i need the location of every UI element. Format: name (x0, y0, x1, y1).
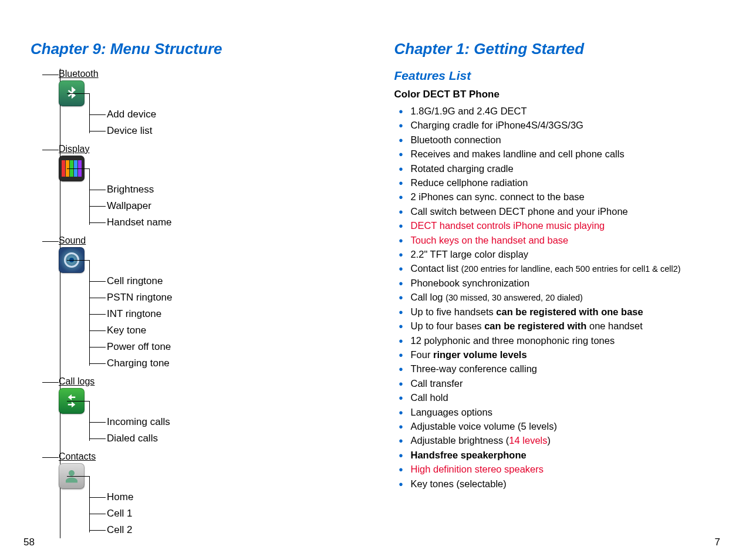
feature-text: Call transfer (411, 378, 463, 389)
feature-text: Reduce cellphone radiation (411, 177, 528, 188)
feature-text: (30 missed, 30 answered, 20 dialed) (445, 293, 583, 302)
right-page: Chapter 1: Getting Started Features List… (377, 0, 747, 560)
menu-sub-item: Cell 2 (107, 522, 359, 538)
feature-text: can be registered with one base (496, 306, 643, 317)
feature-text: High definition stereo speakers (411, 464, 544, 474)
feature-item: Bluetooth connection (409, 133, 723, 147)
menu-group: SoundCell ringtonePSTN ringtoneINT ringt… (48, 235, 359, 372)
feature-text: (200 entries for landline, each 500 entr… (461, 264, 681, 274)
feature-item: 2.2" TFT large color display (409, 247, 723, 261)
feature-item: Call transfer (409, 376, 723, 390)
menu-sub-item: Handset name (107, 214, 359, 231)
menu-sub-item: Key tone (107, 322, 359, 339)
feature-text: Four (411, 349, 434, 360)
menu-group: Call logsIncoming callsDialed calls (48, 376, 359, 447)
feature-item: Four ringer volume levels (409, 348, 723, 362)
menu-group-label: Sound (48, 235, 359, 246)
feature-text: DECT handset controls iPhone music playi… (411, 220, 605, 231)
menu-tree: BluetoothAdd deviceDevice listDisplayBri… (48, 69, 359, 538)
feature-text: Phonebook synchronization (411, 278, 530, 288)
features-list: 1.8G/1.9G and 2.4G DECTCharging cradle f… (394, 104, 723, 491)
feature-text: 12 polyphonic and three monophonic ring … (411, 335, 615, 346)
menu-group: DisplayBrightnessWallpaperHandset name (48, 144, 359, 231)
menu-sub-item: PSTN ringtone (107, 289, 359, 306)
page-number-left: 58 (23, 537, 35, 548)
feature-item: Contact list (200 entries for landline, … (409, 261, 723, 275)
menu-sub-list: Add deviceDevice list (107, 106, 359, 139)
menu-sub-item: Charging tone (107, 355, 359, 372)
menu-sub-item: Incoming calls (107, 414, 359, 430)
feature-item: Touch keys on the handset and base (409, 233, 723, 247)
chapter-9-title: Chapter 9: Menu Structure (31, 40, 359, 58)
feature-item: 12 polyphonic and three monophonic ring … (409, 333, 723, 348)
feature-item: Adjustable brightness (14 levels) (409, 433, 723, 447)
feature-item: Three-way conference calling (409, 362, 723, 376)
feature-text: Contact list (411, 263, 461, 274)
feature-text: one handset (586, 321, 642, 331)
feature-text: Three-way conference calling (411, 363, 538, 374)
feature-text: Adjustable brightness ( (411, 435, 509, 446)
feature-item: Key tones (selectable) (409, 477, 723, 491)
feature-text: Bluetooth connection (411, 134, 501, 145)
feature-text: 2 iPhones can sync. connect to the base (411, 191, 585, 202)
menu-group-label: Contacts (48, 451, 359, 462)
feature-text: Call switch between DECT phone and your … (411, 206, 628, 217)
menu-sub-item: Brightness (107, 181, 359, 198)
menu-sub-item: Wallpaper (107, 198, 359, 214)
feature-text: ringer volume levels (433, 349, 527, 360)
feature-text: Languages options (411, 407, 492, 417)
feature-item: Receives and makes landline and cell pho… (409, 147, 723, 161)
feature-text: Up to five handsets (411, 306, 497, 317)
feature-item: Up to five handsets can be registered wi… (409, 305, 723, 319)
feature-text: Call hold (411, 392, 448, 403)
feature-item: Call log (30 missed, 30 answered, 20 dia… (409, 290, 723, 304)
feature-text: Rotated charging cradle (411, 163, 514, 174)
menu-group: ContactsHomeCell 1Cell 2 (48, 451, 359, 538)
feature-item: High definition stereo speakers (409, 462, 723, 476)
menu-sub-item: Device list (107, 123, 359, 139)
product-name: Color DECT BT Phone (394, 89, 723, 100)
feature-item: 1.8G/1.9G and 2.4G DECT (409, 104, 723, 118)
feature-item: Call hold (409, 390, 723, 404)
feature-text: 2.2" TFT large color display (411, 249, 529, 259)
menu-sub-item: INT ringtone (107, 306, 359, 322)
menu-group: BluetoothAdd deviceDevice list (48, 69, 359, 139)
feature-item: 2 iPhones can sync. connect to the base (409, 190, 723, 204)
menu-sub-list: Cell ringtonePSTN ringtoneINT ringtoneKe… (107, 273, 359, 372)
menu-sub-item: Cell ringtone (107, 273, 359, 289)
menu-sub-item: Power off tone (107, 339, 359, 355)
feature-item: DECT handset controls iPhone music playi… (409, 218, 723, 232)
feature-text: Receives and makes landline and cell pho… (411, 149, 625, 159)
menu-group-label: Bluetooth (48, 69, 359, 79)
page-number-right: 7 (715, 537, 720, 548)
feature-text: 1.8G/1.9G and 2.4G DECT (411, 106, 527, 116)
feature-item: Adjustable voice volume (5 levels) (409, 419, 723, 433)
menu-sub-item: Cell 1 (107, 505, 359, 522)
feature-text: Charging cradle for iPhone4S/4/3GS/3G (411, 120, 583, 130)
feature-text: ) (547, 435, 551, 446)
features-list-heading: Features List (394, 69, 723, 83)
left-page: Chapter 9: Menu Structure BluetoothAdd d… (0, 0, 377, 560)
feature-item: Rotated charging cradle (409, 161, 723, 176)
feature-item: Handsfree speakerphone (409, 448, 723, 462)
feature-text: Adjustable voice volume (5 levels) (411, 421, 557, 431)
feature-text: Up to four bases (411, 321, 485, 331)
feature-item: Phonebook synchronization (409, 276, 723, 290)
chapter-1-title: Chapter 1: Getting Started (394, 40, 723, 58)
menu-sub-item: Add device (107, 106, 359, 123)
two-page-spread: Chapter 9: Menu Structure BluetoothAdd d… (0, 0, 746, 560)
menu-group-label: Call logs (48, 376, 359, 387)
menu-sub-item: Home (107, 489, 359, 505)
feature-text: 14 levels (509, 435, 547, 446)
menu-sub-item: Dialed calls (107, 430, 359, 447)
menu-sub-list: HomeCell 1Cell 2 (107, 489, 359, 538)
menu-sub-list: Incoming callsDialed calls (107, 414, 359, 447)
feature-item: Charging cradle for iPhone4S/4/3GS/3G (409, 118, 723, 132)
feature-text: Key tones (selectable) (411, 478, 507, 489)
feature-text: Handsfree speakerphone (411, 450, 526, 460)
feature-text: Touch keys on the handset and base (411, 235, 569, 245)
feature-item: Up to four bases can be registered with … (409, 319, 723, 333)
menu-sub-list: BrightnessWallpaperHandset name (107, 181, 359, 231)
feature-item: Reduce cellphone radiation (409, 176, 723, 190)
feature-item: Call switch between DECT phone and your … (409, 204, 723, 218)
